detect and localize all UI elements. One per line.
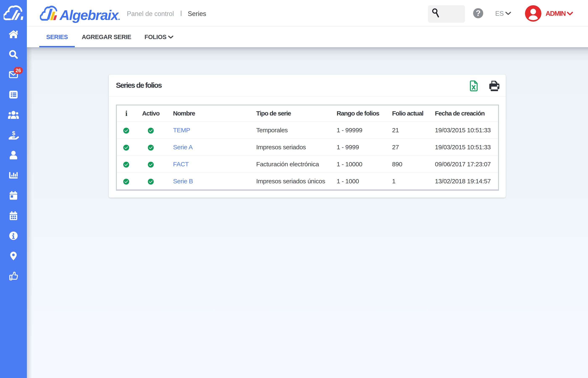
svg-text:$: $ xyxy=(12,130,15,136)
svg-text:26: 26 xyxy=(15,68,21,73)
